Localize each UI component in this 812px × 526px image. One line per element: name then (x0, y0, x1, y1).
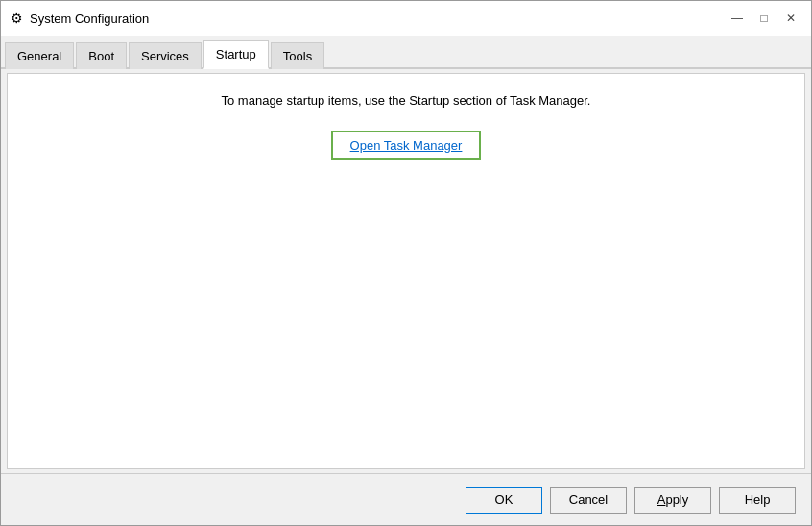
content-area: To manage startup items, use the Startup… (7, 73, 805, 469)
cancel-button[interactable]: Cancel (550, 487, 627, 514)
apply-label: Apply (657, 492, 689, 507)
open-task-manager-link[interactable]: Open Task Manager (331, 131, 482, 160)
window-title: System Configuration (30, 12, 149, 26)
tab-tools[interactable]: Tools (271, 42, 324, 69)
title-bar: ⚙ System Configuration — □ ✕ (1, 1, 811, 36)
ok-button[interactable]: OK (466, 487, 542, 514)
tabs-bar: General Boot Services Startup Tools (1, 36, 811, 69)
footer: OK Cancel Apply Help (1, 473, 811, 525)
minimize-button[interactable]: — (725, 7, 750, 30)
app-icon: ⚙ (9, 11, 24, 26)
tab-services[interactable]: Services (129, 42, 202, 69)
help-button[interactable]: Help (719, 487, 796, 514)
info-text: To manage startup items, use the Startup… (222, 93, 591, 108)
title-bar-left: ⚙ System Configuration (9, 11, 149, 26)
title-bar-buttons: — □ ✕ (725, 7, 803, 30)
tab-startup[interactable]: Startup (203, 40, 269, 69)
tab-general[interactable]: General (5, 42, 74, 69)
maximize-button[interactable]: □ (752, 7, 776, 30)
close-button[interactable]: ✕ (778, 7, 803, 30)
system-configuration-window: ⚙ System Configuration — □ ✕ General Boo… (0, 0, 812, 526)
tab-boot[interactable]: Boot (76, 42, 127, 69)
apply-button[interactable]: Apply (634, 487, 711, 514)
